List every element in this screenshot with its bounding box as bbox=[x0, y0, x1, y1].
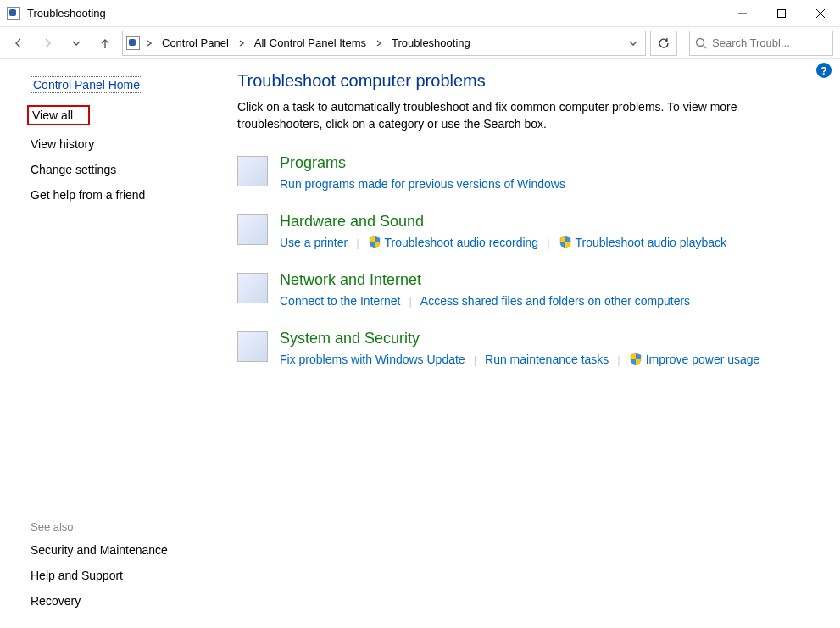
main-panel: ? Troubleshoot computer problems Click o… bbox=[212, 59, 840, 628]
forward-button[interactable] bbox=[36, 31, 59, 55]
search-box[interactable] bbox=[689, 31, 833, 56]
refresh-button[interactable] bbox=[650, 31, 677, 56]
shield-icon bbox=[559, 236, 572, 249]
task-link-label: Troubleshoot audio playback bbox=[576, 236, 727, 249]
help-button[interactable]: ? bbox=[816, 63, 832, 78]
shield-icon bbox=[629, 353, 643, 366]
task-link[interactable]: Access shared files and folders on other… bbox=[420, 294, 690, 308]
location-icon bbox=[126, 36, 140, 50]
category: Hardware and SoundUse a printer|Troubles… bbox=[237, 213, 826, 249]
category-icon bbox=[237, 273, 268, 303]
sidebar-link-security-maintenance[interactable]: Security and Maintenance bbox=[31, 543, 168, 557]
category-title[interactable]: Hardware and Sound bbox=[280, 213, 826, 231]
task-link-label: Use a printer bbox=[280, 236, 348, 249]
back-button[interactable] bbox=[7, 31, 31, 55]
page-title: Troubleshoot computer problems bbox=[237, 71, 826, 91]
task-link[interactable]: Use a printer bbox=[280, 236, 348, 249]
close-button[interactable] bbox=[801, 0, 840, 27]
chevron-right-icon[interactable] bbox=[373, 40, 385, 47]
recent-locations-button[interactable] bbox=[64, 31, 88, 55]
task-link[interactable]: Improve power usage bbox=[629, 353, 760, 366]
category: ProgramsRun programs made for previous v… bbox=[237, 154, 826, 191]
task-link[interactable]: Fix problems with Windows Update bbox=[280, 353, 465, 366]
category: System and SecurityFix problems with Win… bbox=[237, 330, 826, 366]
category-icon bbox=[237, 331, 268, 362]
shield-icon bbox=[368, 236, 381, 249]
sidebar-link-control-panel-home[interactable]: Control Panel Home bbox=[31, 76, 142, 93]
task-link-label: Troubleshoot audio recording bbox=[385, 236, 539, 249]
sidebar: Control Panel Home View all View history… bbox=[0, 59, 212, 628]
app-icon bbox=[7, 7, 20, 20]
task-link[interactable]: Connect to the Internet bbox=[280, 294, 400, 308]
svg-line-6 bbox=[704, 46, 706, 48]
category-icon bbox=[237, 214, 268, 245]
address-dropdown-button[interactable] bbox=[625, 39, 642, 47]
nav-row: Control Panel All Control Panel Items Tr… bbox=[0, 27, 840, 59]
task-link[interactable]: Run programs made for previous versions … bbox=[280, 177, 565, 191]
task-link-label: Connect to the Internet bbox=[280, 294, 400, 308]
breadcrumb-item[interactable]: Control Panel bbox=[157, 31, 234, 55]
svg-point-5 bbox=[697, 38, 704, 46]
see-also-header: See also bbox=[31, 520, 203, 533]
category-title[interactable]: Programs bbox=[280, 154, 826, 172]
minimize-button[interactable] bbox=[723, 0, 762, 27]
sidebar-link-recovery[interactable]: Recovery bbox=[31, 594, 81, 608]
svg-rect-1 bbox=[778, 9, 786, 17]
up-button[interactable] bbox=[93, 31, 117, 55]
separator: | bbox=[409, 295, 411, 308]
task-link[interactable]: Troubleshoot audio recording bbox=[368, 236, 539, 249]
category-icon bbox=[237, 156, 268, 186]
task-link[interactable]: Run maintenance tasks bbox=[485, 353, 609, 366]
address-bar[interactable]: Control Panel All Control Panel Items Tr… bbox=[122, 31, 646, 56]
titlebar: Troubleshooting bbox=[0, 0, 840, 27]
separator: | bbox=[356, 236, 359, 249]
maximize-button[interactable] bbox=[762, 0, 801, 27]
sidebar-link-help-support[interactable]: Help and Support bbox=[31, 569, 123, 582]
separator: | bbox=[547, 236, 549, 249]
sidebar-link-view-all[interactable]: View all bbox=[27, 105, 90, 125]
category: Network and InternetConnect to the Inter… bbox=[237, 271, 826, 308]
category-title[interactable]: Network and Internet bbox=[280, 271, 826, 289]
page-description: Click on a task to automatically trouble… bbox=[237, 99, 797, 132]
search-icon bbox=[695, 37, 707, 49]
separator: | bbox=[617, 353, 620, 366]
chevron-right-icon[interactable] bbox=[143, 40, 155, 47]
breadcrumb-item[interactable]: Troubleshooting bbox=[387, 31, 476, 55]
sidebar-link-get-help[interactable]: Get help from a friend bbox=[31, 188, 145, 202]
task-link-label: Run maintenance tasks bbox=[485, 353, 609, 366]
search-input[interactable] bbox=[712, 36, 827, 49]
task-link-label: Fix problems with Windows Update bbox=[280, 353, 465, 366]
sidebar-link-change-settings[interactable]: Change settings bbox=[31, 163, 116, 176]
separator: | bbox=[474, 353, 476, 366]
window-title: Troubleshooting bbox=[27, 7, 106, 19]
task-link-label: Access shared files and folders on other… bbox=[420, 294, 690, 308]
task-link[interactable]: Troubleshoot audio playback bbox=[559, 236, 727, 249]
sidebar-link-view-history[interactable]: View history bbox=[31, 137, 94, 151]
task-link-label: Run programs made for previous versions … bbox=[280, 177, 565, 191]
chevron-right-icon[interactable] bbox=[236, 40, 248, 47]
category-title[interactable]: System and Security bbox=[280, 330, 826, 347]
breadcrumb-item[interactable]: All Control Panel Items bbox=[249, 31, 371, 55]
task-link-label: Improve power usage bbox=[646, 353, 760, 366]
